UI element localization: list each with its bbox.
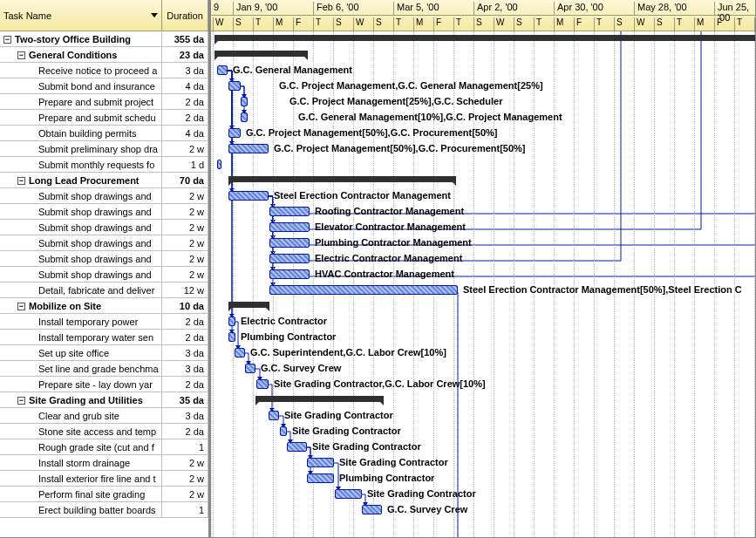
task-bar[interactable] [217,160,221,169]
table-row[interactable]: Prepare site - lay down yar2 da [0,377,208,392]
duration-cell[interactable]: 3 da [162,63,208,78]
table-row[interactable]: Install temporary power2 da [0,314,208,330]
col-header-duration[interactable]: Duration [162,0,208,31]
task-bar[interactable] [269,254,310,263]
table-row[interactable]: Submit shop drawings and2 w [0,267,208,283]
task-bar[interactable] [228,332,235,342]
summary-bar[interactable] [215,35,755,41]
task-name-cell[interactable]: Prepare site - lay down yar [0,377,162,392]
duration-cell[interactable]: 1 d [162,157,208,173]
table-row[interactable]: Erect building batter boards1 [0,502,208,518]
table-row[interactable]: Submit shop drawings and2 w [0,204,208,220]
duration-cell[interactable]: 70 da [162,173,208,188]
summary-bar[interactable] [255,396,384,402]
table-row[interactable]: Install temporary water sen2 da [0,330,208,345]
collapse-icon[interactable]: − [17,397,25,405]
collapse-icon[interactable]: − [17,303,25,310]
table-row[interactable]: Submit shop drawings and2 w [0,251,208,267]
task-name-cell[interactable]: Submit bond and insurance [0,78,162,94]
duration-cell[interactable]: 10 da [162,298,208,314]
duration-cell[interactable]: 2 da [162,314,208,330]
task-bar[interactable] [269,207,310,216]
table-row[interactable]: −Long Lead Procurement70 da [0,173,208,188]
duration-cell[interactable]: 2 da [162,377,208,392]
table-row[interactable]: Clear and grub site3 da [0,408,208,424]
task-bar[interactable] [256,379,269,389]
table-row[interactable]: Detail, fabricate and deliver12 w [0,283,208,298]
task-name-cell[interactable]: −Mobilize on Site [0,298,162,314]
duration-cell[interactable]: 2 da [162,94,208,110]
task-bar[interactable] [362,505,382,514]
summary-bar[interactable] [228,176,456,182]
duration-cell[interactable]: 4 da [162,78,208,94]
task-name-cell[interactable]: Set line and grade benchma [0,361,162,377]
task-name-cell[interactable]: Submit shop drawings and [0,204,162,220]
table-row[interactable]: Submit shop drawings and2 w [0,220,208,235]
task-bar[interactable] [269,411,279,420]
table-row[interactable]: Perform final site grading2 w [0,487,208,502]
task-name-cell[interactable]: −General Conditions [0,47,162,63]
task-bar[interactable] [280,426,287,436]
task-bar[interactable] [235,348,245,358]
duration-cell[interactable]: 2 w [162,188,208,204]
task-bar[interactable] [228,144,269,153]
task-name-cell[interactable]: Clear and grub site [0,408,162,424]
duration-cell[interactable]: 2 w [162,235,208,251]
task-name-cell[interactable]: Submit monthly requests fo [0,157,162,173]
task-bar[interactable] [228,191,269,201]
duration-cell[interactable]: 2 w [162,141,208,157]
summary-bar[interactable] [215,51,308,57]
task-bar[interactable] [287,442,307,452]
table-row[interactable]: Rough grade site (cut and f1 [0,439,208,455]
table-row[interactable]: Submit bond and insurance4 da [0,78,208,94]
duration-cell[interactable]: 3 da [162,345,208,361]
duration-cell[interactable]: 2 w [162,455,208,471]
duration-cell[interactable]: 35 da [162,392,208,408]
duration-cell[interactable]: 3 da [162,408,208,424]
task-name-cell[interactable]: Submit shop drawings and [0,235,162,251]
table-row[interactable]: Install exterior fire line and t2 w [0,471,208,487]
duration-cell[interactable]: 1 [162,439,208,455]
table-row[interactable]: Submit monthly requests fo1 d [0,157,208,173]
task-name-cell[interactable]: Prepare and submit schedu [0,110,162,126]
task-name-cell[interactable]: Rough grade site (cut and f [0,439,162,455]
duration-cell[interactable]: 2 w [162,471,208,487]
summary-bar[interactable] [228,302,269,308]
col-header-task[interactable]: Task Name [0,0,161,31]
task-name-cell[interactable]: Perform final site grading [0,487,162,502]
task-bar[interactable] [269,238,310,248]
table-row[interactable]: Set up site office3 da [0,345,208,361]
table-row[interactable]: −General Conditions23 da [0,47,208,63]
duration-cell[interactable]: 4 da [162,126,208,141]
collapse-icon[interactable]: − [17,177,25,185]
task-name-cell[interactable]: Install temporary water sen [0,330,162,345]
table-row[interactable]: Install storm drainage2 w [0,455,208,471]
task-name-cell[interactable]: Receive notice to proceed a [0,63,162,78]
duration-cell[interactable]: 2 da [162,330,208,345]
table-row[interactable]: Submit shop drawings and2 w [0,188,208,204]
duration-cell[interactable]: 3 da [162,361,208,377]
task-name-cell[interactable]: Submit shop drawings and [0,188,162,204]
task-name-cell[interactable]: Install temporary power [0,314,162,330]
task-bar[interactable] [228,128,241,138]
task-name-cell[interactable]: Stone site access and temp [0,424,162,439]
task-name-cell[interactable]: −Two-story Office Building [0,31,162,47]
task-name-cell[interactable]: Detail, fabricate and deliver [0,283,162,298]
table-row[interactable]: −Mobilize on Site10 da [0,298,208,314]
duration-cell[interactable]: 2 w [162,251,208,267]
task-name-cell[interactable]: Install exterior fire line and t [0,471,162,487]
task-bar[interactable] [241,97,248,106]
task-bar[interactable] [269,222,310,232]
task-name-cell[interactable]: Submit shop drawings and [0,251,162,267]
task-bar[interactable] [217,65,228,75]
task-name-cell[interactable]: Submit shop drawings and [0,267,162,283]
gantt-panel[interactable]: 9Jan 9, '00Feb 6, '00Mar 5, '00Apr 2, '0… [211,0,755,537]
table-row[interactable]: Stone site access and temp2 da [0,424,208,439]
duration-cell[interactable]: 2 w [162,267,208,283]
duration-cell[interactable]: 2 w [162,220,208,235]
task-name-cell[interactable]: Set up site office [0,345,162,361]
duration-cell[interactable]: 2 da [162,424,208,439]
gantt-chart[interactable]: G.C. General ManagementG.C. Project Mana… [211,31,755,537]
task-bar[interactable] [245,364,255,373]
task-name-cell[interactable]: Submit shop drawings and [0,220,162,235]
